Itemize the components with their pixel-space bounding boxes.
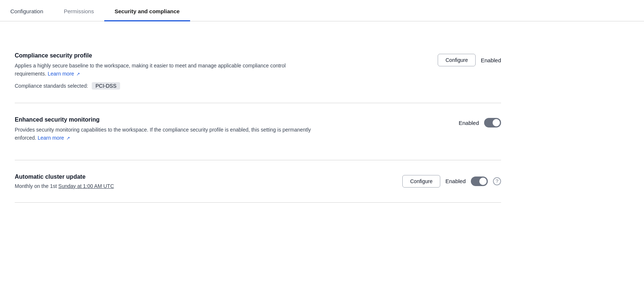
enhanced-monitoring-status-label: Enabled bbox=[459, 120, 479, 126]
auto-cluster-right: Configure Enabled ? bbox=[402, 174, 501, 188]
compliance-profile-left: Compliance security profile Applies a hi… bbox=[15, 52, 317, 90]
auto-cluster-title: Automatic cluster update bbox=[15, 174, 317, 180]
auto-cluster-toggle[interactable] bbox=[471, 177, 488, 186]
compliance-standards: Compliance standards selected: PCI-DSS bbox=[15, 82, 317, 90]
external-link-icon: ↗ bbox=[76, 71, 80, 78]
schedule-link[interactable]: Sunday at 1:00 AM UTC bbox=[58, 183, 114, 189]
enhanced-monitoring-section: Enhanced security monitoring Provides se… bbox=[15, 103, 501, 160]
enhanced-monitoring-title: Enhanced security monitoring bbox=[15, 116, 317, 123]
main-content: Compliance security profile Applies a hi… bbox=[0, 21, 516, 217]
compliance-configure-button[interactable]: Configure bbox=[438, 54, 476, 66]
enhanced-monitoring-left: Enhanced security monitoring Provides se… bbox=[15, 116, 317, 146]
pci-dss-badge: PCI-DSS bbox=[92, 82, 120, 90]
auto-cluster-section: Automatic cluster update Monthly on the … bbox=[15, 160, 501, 203]
auto-cluster-slider bbox=[471, 177, 488, 186]
tab-permissions[interactable]: Permissions bbox=[53, 0, 104, 21]
enhanced-monitoring-desc: Provides security monitoring capabilitie… bbox=[15, 126, 317, 142]
compliance-standards-label: Compliance standards selected: bbox=[15, 83, 88, 89]
help-icon[interactable]: ? bbox=[493, 177, 501, 185]
auto-cluster-schedule: Monthly on the 1st Sunday at 1:00 AM UTC bbox=[15, 183, 317, 189]
auto-cluster-status-label: Enabled bbox=[445, 178, 466, 184]
schedule-prefix: Monthly on the 1st bbox=[15, 183, 57, 189]
enhanced-monitoring-learn-more[interactable]: Learn more ↗ bbox=[38, 135, 70, 141]
enhanced-monitoring-slider bbox=[484, 118, 501, 127]
enhanced-monitoring-right: Enabled bbox=[459, 116, 501, 127]
compliance-profile-right: Configure Enabled bbox=[438, 52, 501, 66]
external-link-icon-2: ↗ bbox=[66, 135, 70, 142]
compliance-profile-title: Compliance security profile bbox=[15, 52, 317, 59]
tab-bar: Configuration Permissions Security and c… bbox=[0, 0, 644, 21]
compliance-profile-section: Compliance security profile Applies a hi… bbox=[15, 39, 501, 103]
compliance-profile-desc: Applies a highly secure baseline to the … bbox=[15, 62, 317, 78]
enhanced-monitoring-toggle[interactable] bbox=[484, 118, 501, 127]
compliance-status-label: Enabled bbox=[481, 57, 501, 63]
tab-security[interactable]: Security and compliance bbox=[104, 0, 190, 21]
auto-cluster-left: Automatic cluster update Monthly on the … bbox=[15, 174, 317, 189]
auto-cluster-configure-button[interactable]: Configure bbox=[402, 175, 440, 188]
tab-configuration[interactable]: Configuration bbox=[0, 0, 53, 21]
compliance-profile-learn-more[interactable]: Learn more ↗ bbox=[48, 71, 80, 77]
